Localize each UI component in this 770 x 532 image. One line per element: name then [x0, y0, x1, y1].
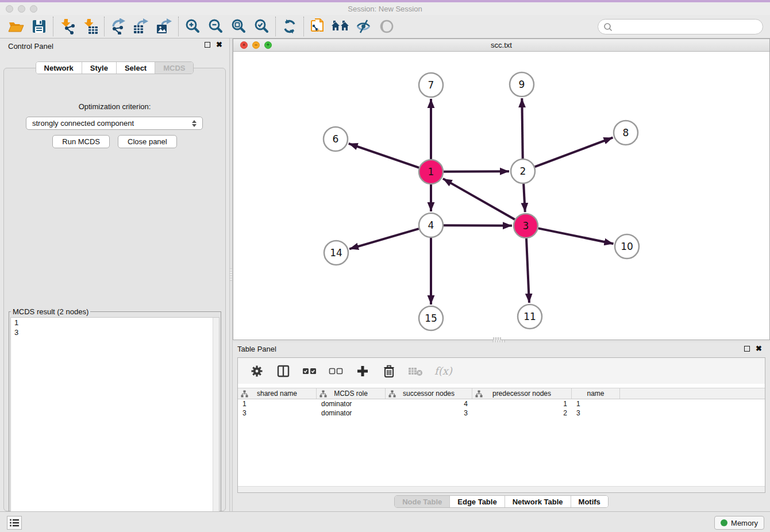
delete-table-button[interactable]	[408, 364, 423, 379]
table-row[interactable]: 3dominator323	[238, 408, 765, 418]
new-network-from-selection-button[interactable]	[306, 16, 329, 37]
cell-shared-name[interactable]: 1	[238, 400, 317, 408]
node-label: 1	[428, 166, 434, 178]
graph-node-4[interactable]: 4	[419, 213, 443, 237]
status-bar: Memory	[0, 511, 770, 532]
graph-edge-1-2[interactable]	[444, 171, 509, 172]
cell-name[interactable]: 1	[572, 400, 620, 408]
search-box	[598, 19, 763, 34]
dropdown-stepper-icon	[192, 120, 197, 127]
cell-predecessor-nodes[interactable]: 2	[472, 409, 572, 417]
titlebar: Session: New Session	[0, 2, 770, 15]
add-column-button[interactable]	[355, 364, 370, 379]
tab-mcds[interactable]: MCDS	[155, 62, 193, 74]
network-canvas[interactable]: 7968124314101511	[233, 52, 769, 340]
gear-icon	[251, 365, 263, 377]
tab-motifs[interactable]: Motifs	[571, 496, 608, 507]
import-network-button[interactable]	[56, 16, 79, 37]
tab-network-table[interactable]: Network Table	[505, 496, 571, 507]
node-label: 9	[519, 79, 525, 90]
zoom-fit-button[interactable]	[227, 16, 250, 37]
tab-style[interactable]: Style	[82, 62, 117, 74]
export-table-button[interactable]	[130, 16, 153, 37]
column-header-successor-nodes[interactable]: successor nodes	[386, 388, 472, 399]
table-horizontal-scrollbar[interactable]	[238, 486, 765, 492]
cell-MCDS-role[interactable]: dominator	[317, 409, 386, 417]
graph-edge-3-10[interactable]	[538, 228, 614, 244]
level-of-detail-button[interactable]	[375, 16, 398, 37]
splitter-handle[interactable]	[230, 268, 232, 281]
cell-shared-name[interactable]: 3	[238, 409, 317, 417]
graph-node-11[interactable]: 11	[518, 304, 542, 329]
graph-node-9[interactable]: 9	[510, 72, 534, 97]
run-mcds-button[interactable]: Run MCDS	[52, 135, 110, 148]
graph-edge-3-11[interactable]	[526, 238, 529, 303]
save-session-button[interactable]	[28, 16, 51, 37]
column-header-predecessor-nodes[interactable]: predecessor nodes	[472, 388, 572, 399]
graph-edge-3-1[interactable]	[443, 179, 515, 219]
mcds-result-box: 1 3	[10, 317, 220, 526]
delete-column-button[interactable]	[382, 364, 396, 379]
export-image-button[interactable]	[153, 16, 176, 37]
graph-edge-1-6[interactable]	[349, 144, 419, 168]
show-hide-graphics-details-button[interactable]	[352, 16, 375, 37]
graph-node-6[interactable]: 6	[324, 127, 348, 151]
import-table-button[interactable]	[79, 16, 102, 37]
graph-node-3[interactable]: 3	[514, 214, 538, 238]
graph-node-10[interactable]: 10	[615, 234, 639, 259]
graph-node-2[interactable]: 2	[511, 159, 535, 183]
export-table-icon	[132, 18, 151, 34]
zoom-selected-button[interactable]	[250, 16, 273, 37]
graph-node-1[interactable]: 1	[419, 160, 443, 184]
control-panel-title: Control Panel	[8, 42, 53, 51]
table-settings-button[interactable]	[249, 364, 264, 379]
graph-edge-2-8[interactable]	[535, 137, 613, 167]
table-panel: Table Panel ✖	[233, 342, 770, 510]
column-label: MCDS role	[334, 390, 368, 398]
result-scrollbar[interactable]	[213, 318, 219, 525]
cell-successor-nodes[interactable]: 4	[386, 400, 472, 408]
float-panel-icon[interactable]	[205, 42, 210, 48]
column-header-shared-name[interactable]: shared name	[238, 388, 317, 399]
tab-network[interactable]: Network	[36, 62, 82, 74]
import-table-icon	[82, 18, 99, 34]
search-input[interactable]	[613, 21, 763, 33]
apply-layout-button[interactable]	[278, 16, 301, 37]
zoom-in-button[interactable]	[181, 16, 204, 37]
graph-node-15[interactable]: 15	[419, 306, 443, 330]
deselect-all-columns-button[interactable]	[329, 364, 344, 379]
graph-node-7[interactable]: 7	[419, 73, 443, 97]
close-panel-icon[interactable]: ✖	[216, 42, 222, 48]
memory-button[interactable]: Memory	[714, 516, 764, 530]
criterion-dropdown[interactable]: strongly connected component	[26, 117, 203, 130]
graph-edge-4-14[interactable]	[349, 229, 419, 249]
graph-node-8[interactable]: 8	[614, 121, 638, 145]
tab-select[interactable]: Select	[117, 62, 155, 74]
select-all-columns-button[interactable]	[302, 364, 317, 379]
split-panel-button[interactable]	[276, 364, 291, 379]
graph-edge-2-3[interactable]	[523, 184, 525, 212]
export-network-button[interactable]	[107, 16, 130, 37]
open-folder-icon	[7, 19, 25, 34]
tab-node-table[interactable]: Node Table	[395, 496, 450, 507]
open-session-button[interactable]	[5, 16, 28, 37]
column-header-MCDS-role[interactable]: MCDS role	[317, 388, 386, 399]
close-table-panel-icon[interactable]: ✖	[756, 346, 762, 352]
cell-successor-nodes[interactable]: 3	[386, 409, 472, 417]
first-neighbors-button[interactable]	[329, 16, 352, 37]
show-task-history-button[interactable]	[7, 516, 22, 530]
table-row[interactable]: 1dominator411	[238, 399, 765, 408]
tab-edge-table[interactable]: Edge Table	[450, 496, 505, 507]
function-builder-icon[interactable]: f(x)	[434, 365, 452, 377]
zoom-out-button[interactable]	[204, 16, 227, 37]
table-toolbar: f(x)	[238, 358, 765, 384]
close-panel-button[interactable]: Close panel	[118, 135, 177, 148]
column-header-name[interactable]: name	[572, 388, 620, 399]
cell-MCDS-role[interactable]: dominator	[317, 400, 386, 408]
graph-edge-4-3[interactable]	[444, 225, 512, 226]
cell-predecessor-nodes[interactable]: 1	[472, 400, 572, 408]
float-table-panel-icon[interactable]	[744, 346, 750, 352]
graph-edge-2-9[interactable]	[522, 98, 522, 159]
cell-name[interactable]: 3	[572, 409, 620, 417]
graph-node-14[interactable]: 14	[324, 241, 348, 265]
